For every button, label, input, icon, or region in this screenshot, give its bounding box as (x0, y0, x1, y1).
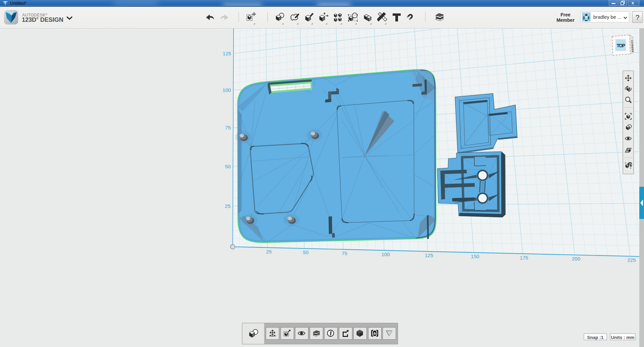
svg-text:200: 200 (572, 256, 580, 262)
svg-text:75: 75 (342, 250, 347, 256)
svg-text:25: 25 (225, 203, 231, 209)
svg-text:175: 175 (520, 255, 528, 261)
svg-text:100: 100 (381, 251, 390, 257)
svg-text:150: 150 (471, 253, 479, 259)
svg-text:225: 225 (627, 257, 636, 263)
svg-text:125: 125 (425, 252, 433, 258)
svg-text:125: 125 (223, 51, 231, 56)
svg-text:50: 50 (303, 249, 309, 255)
svg-text:100: 100 (222, 87, 231, 93)
svg-text:50: 50 (225, 164, 231, 169)
svg-text:25: 25 (266, 249, 272, 254)
svg-text:TOP: TOP (616, 43, 625, 48)
svg-text:75: 75 (225, 125, 231, 130)
